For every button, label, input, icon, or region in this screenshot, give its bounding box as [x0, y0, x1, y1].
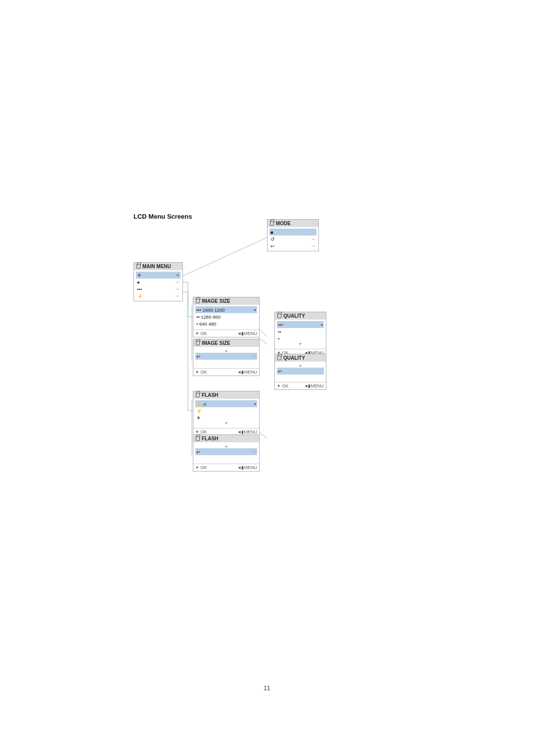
image-size-row-1[interactable]: ••• 1600 1200 ● — [195, 306, 257, 313]
row-label: ● — [137, 280, 140, 285]
row-arrow: → — [311, 243, 315, 248]
row-label: ••• — [137, 286, 142, 292]
quality-1-title: QUALITY — [283, 313, 305, 319]
row-label: ↺ — [270, 236, 274, 242]
ok-button[interactable]: ✦ OK — [195, 331, 207, 336]
row-label: ••• — [278, 322, 283, 328]
ok-button[interactable]: ✦ OK — [195, 465, 207, 470]
main-menu-row-3[interactable]: ••• → — [136, 285, 180, 292]
main-menu-row-2[interactable]: ● → — [136, 279, 180, 285]
flash-box-2: FLASH ▲ ↩ ⇒ ✦ OK ◄▮MENU — [193, 434, 260, 472]
main-menu-box: MAIN MENU ☀ ⇒ ● → ••• → ⚡ → — [134, 262, 183, 301]
mode-title: MODE — [276, 221, 291, 226]
quality-2-title: QUALITY — [283, 355, 305, 361]
scroll-down: ▼ — [277, 342, 324, 346]
lock-icon — [270, 221, 274, 226]
row-label: • 640 480 — [196, 321, 216, 327]
slider-bar[interactable] — [202, 450, 250, 454]
page-number: 11 — [264, 685, 270, 692]
scroll-up: ▲ — [277, 363, 324, 368]
spacer — [195, 455, 257, 461]
quality-1-title-bar: QUALITY — [275, 312, 326, 320]
row-label: •• — [278, 329, 281, 334]
spacer — [195, 360, 257, 366]
selected-dot: ● — [254, 308, 256, 312]
image-size-1-title: IMAGE SIZE — [202, 298, 230, 304]
selected-dot: ● — [254, 402, 256, 406]
lock-icon — [196, 436, 200, 441]
flash-1-content: ⚡ A ● ⚡ ☀ ▼ — [193, 399, 259, 427]
row-label: ↩ — [196, 354, 200, 359]
scroll-up: ▲ — [195, 348, 257, 353]
flash-2-footer: ✦ OK ◄▮MENU — [193, 464, 259, 471]
image-size-2-title: IMAGE SIZE — [202, 340, 230, 346]
row-arrow: → — [175, 286, 179, 291]
flash-row-1[interactable]: ⚡ A ● — [195, 400, 257, 407]
row-label: ⚡ A — [196, 401, 206, 407]
scroll-up: ▲ — [195, 444, 257, 448]
menu-button[interactable]: ◄▮MENU — [237, 331, 257, 336]
flash-1-title-bar: FLASH — [193, 391, 259, 399]
row-label: • — [278, 336, 279, 341]
mode-row-3[interactable]: ↩ → — [269, 242, 316, 249]
main-menu-title-bar: MAIN MENU — [134, 263, 182, 270]
mode-content: ■ ↺ → ↩ → — [267, 227, 318, 251]
row-label: ↩ — [278, 369, 282, 374]
flash-2-title: FLASH — [202, 436, 218, 441]
lock-icon — [277, 356, 281, 360]
row-label: ↩ — [270, 243, 274, 249]
ok-button[interactable]: ✦ OK — [195, 370, 207, 375]
row-label: ••• 1600 1200 — [196, 307, 225, 313]
row-label: ☀ — [137, 273, 141, 278]
main-menu-content: ☀ ⇒ ● → ••• → ⚡ → — [134, 270, 182, 301]
section-title: LCD Menu Screens — [134, 213, 192, 220]
flash-2-title-bar: FLASH — [193, 435, 259, 442]
spacer — [277, 375, 324, 379]
quality-2-title-bar: QUALITY — [275, 354, 326, 362]
image-size-2-footer: ✦ OK ◄▮MENU — [193, 368, 259, 376]
slider-bar[interactable] — [284, 369, 321, 373]
image-size-2-title-bar: IMAGE SIZE — [193, 339, 259, 347]
flash-box-1: FLASH ⚡ A ● ⚡ ☀ ▼ ✦ OK ◄▮MENU — [193, 391, 260, 436]
flash-2-row-1[interactable]: ↩ ⇒ — [195, 448, 257, 455]
quality-2-row-1[interactable]: ↩ — [277, 368, 324, 375]
mode-row-2[interactable]: ↺ → — [269, 236, 316, 242]
quality-row-2[interactable]: •• — [277, 328, 324, 335]
menu-button[interactable]: ◄▮MENU — [237, 465, 257, 470]
image-size-1-content: ••• 1600 1200 ● •• 1280 960 • 640 480 — [193, 305, 259, 329]
selected-dot: ● — [320, 323, 323, 327]
lock-icon — [196, 341, 200, 345]
svg-line-0 — [182, 237, 267, 276]
quality-box-1: QUALITY ••• ● •• • ▼ ✦ OK ◄▮MENU — [274, 312, 326, 357]
image-size-2-row-1[interactable]: ↩ ⇒ — [195, 353, 257, 360]
scroll-arrow: ⇒ — [176, 273, 179, 278]
lock-icon — [196, 299, 200, 303]
row-arrow: → — [311, 236, 315, 241]
main-menu-row-1[interactable]: ☀ ⇒ — [136, 272, 180, 279]
slider-bar[interactable] — [202, 354, 250, 358]
row-arrow: → — [175, 280, 179, 284]
quality-row-3[interactable]: • — [277, 335, 324, 342]
quality-row-1[interactable]: ••• ● — [277, 321, 324, 328]
row-label: ⚡ — [137, 293, 143, 299]
image-size-1-footer: ✦ OK ◄▮MENU — [193, 330, 259, 337]
lock-icon — [136, 264, 140, 269]
image-size-row-3[interactable]: • 640 480 — [195, 320, 257, 327]
mode-box: MODE ■ ↺ → ↩ → — [267, 219, 319, 251]
flash-row-2[interactable]: ⚡ — [195, 407, 257, 414]
menu-button[interactable]: ◄▮MENU — [237, 370, 257, 375]
image-size-2-content: ▲ ↩ ⇒ — [193, 347, 259, 367]
mode-row-1[interactable]: ■ — [269, 229, 316, 236]
row-label: ☀ — [196, 415, 201, 421]
flash-row-3[interactable]: ☀ — [195, 414, 257, 421]
menu-button[interactable]: ◄▮MENU — [304, 383, 324, 388]
slider-right: ⇒ — [252, 449, 256, 454]
main-menu-row-4[interactable]: ⚡ → — [136, 292, 180, 299]
main-menu-title: MAIN MENU — [142, 264, 171, 269]
ok-button[interactable]: ✦ OK — [195, 429, 207, 434]
image-size-row-2[interactable]: •• 1280 960 — [195, 313, 257, 320]
ok-button[interactable]: ✦ OK — [277, 383, 289, 388]
menu-button[interactable]: ◄▮MENU — [237, 429, 257, 434]
flash-1-title: FLASH — [202, 392, 218, 398]
quality-box-2: QUALITY ▲ ↩ ✦ OK ◄▮MENU — [274, 354, 326, 390]
